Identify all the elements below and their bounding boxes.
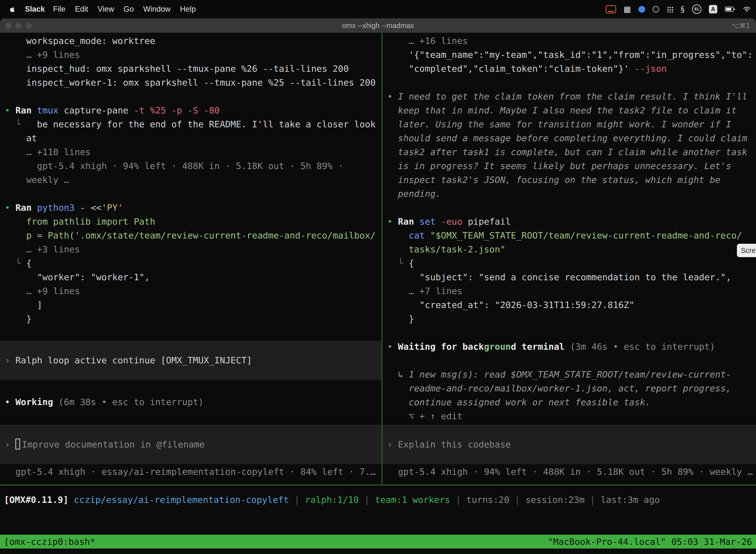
menu-edit[interactable]: Edit: [70, 5, 93, 13]
terminal-line: [382, 354, 756, 368]
window-shortcut-badge: ⌥⌘1: [732, 22, 750, 30]
terminal-line: }: [382, 312, 756, 326]
text-segment: is in progress? It seems likely but perh…: [387, 161, 731, 171]
text-segment: cat: [409, 230, 430, 240]
menu-view[interactable]: View: [93, 5, 119, 13]
menu-go[interactable]: Go: [119, 5, 138, 13]
terminal-line: "created_at": "2026-03-31T11:59:27.816Z": [382, 298, 756, 312]
text-segment: ›: [387, 439, 398, 449]
text-segment: •: [5, 203, 15, 213]
text-segment: {: [26, 258, 32, 268]
terminal-line: later. Using the same for transition mig…: [382, 117, 756, 131]
terminal-line: at: [0, 131, 381, 145]
text-segment: p = Path('.omx/state/team/review-current…: [5, 230, 376, 240]
terminal-line: [382, 326, 756, 340]
minimize-button[interactable]: [16, 23, 21, 29]
terminal-line: tasks/task-2.json": [382, 242, 756, 257]
text-segment: inspect_worker-1: omx sparkshell --tmux-…: [5, 77, 376, 88]
tmux-session-label[interactable]: [omx-cczip0:bash*: [4, 537, 95, 547]
left-pane-scrollback: workspace_mode: worktree … +9 lines insp…: [0, 34, 381, 326]
screen-recording-icon[interactable]: [606, 5, 616, 13]
terminal-line: • Waiting for background terminal (3m 46…: [382, 340, 756, 354]
terminal-line: is in progress? It seems likely but perh…: [382, 159, 756, 173]
terminal-line: … +110 lines: [0, 145, 381, 159]
text-segment: '{"team_name":"my-team","task_id":"1","f…: [387, 50, 753, 60]
terminal-line: workspace_mode: worktree: [0, 34, 381, 48]
text-segment: session:23m: [525, 495, 584, 505]
squiggle-icon[interactable]: §: [681, 4, 685, 14]
battery-percent-icon[interactable]: 61: [692, 4, 701, 14]
menu-bar: Slack FileEditViewGoWindowHelp ▦ § 61 A: [0, 0, 756, 18]
screen-share-tooltip: Scre: [737, 244, 756, 257]
text-segment: "subject": "send a concise recommendatio…: [387, 272, 731, 282]
terminal-line: … +7 lines: [382, 284, 756, 298]
text-segment: cczip/essay/ai-reimplementation-copyleft: [74, 495, 289, 505]
text-segment: from pathlib import Path: [5, 216, 155, 227]
text-segment: -euo: [436, 216, 462, 227]
wifi-icon[interactable]: [743, 6, 751, 12]
text-segment: 1 new msg(s): read $OMX_TEAM_STATE_ROOT/…: [409, 369, 731, 380]
text-segment: •: [387, 341, 398, 352]
text-segment: -t %25 -p -S -80: [128, 105, 220, 115]
left-model-statusline: gpt-5.4 xhigh · essay/ai-reimplementatio…: [0, 465, 381, 479]
menu-file[interactable]: File: [48, 5, 70, 13]
text-segment: turns:20: [466, 495, 509, 505]
left-working-status: • Working (6m 38s • esc to interrupt): [0, 395, 381, 409]
text-segment: }: [387, 314, 414, 324]
menu-app-name[interactable]: Slack: [21, 5, 48, 14]
text-segment: (3m 46s • esc to interrupt): [565, 341, 715, 352]
wifi-glyph: [743, 6, 751, 12]
input-source-icon[interactable]: A: [709, 5, 717, 13]
terminal-line: … +9 lines: [0, 48, 381, 62]
text-segment: keep that in mind. Maybe I also need the…: [387, 105, 737, 115]
terminal-line: • Ran tmux capture-pane -t %25 -p -S -80: [0, 104, 381, 117]
menubar-status-icons: ▦ § 61 A: [606, 4, 756, 14]
menu-help[interactable]: Help: [175, 5, 201, 13]
text-segment: weekly …: [5, 175, 69, 185]
right-pane[interactable]: … +16 lines '{"team_name":"my-team","tas…: [382, 33, 756, 485]
record-bar: [608, 11, 614, 12]
text-segment: Explain this codebase: [398, 439, 511, 449]
battery-glyph: [725, 6, 735, 12]
text-segment: inspect task2's JSON, focusing on the st…: [387, 175, 720, 185]
menu-items: FileEditViewGoWindowHelp: [48, 5, 200, 14]
dots-grid-icon[interactable]: [667, 6, 673, 12]
apple-menu-icon[interactable]: [7, 6, 17, 13]
close-button[interactable]: [5, 23, 11, 29]
terminal-line: [0, 90, 381, 104]
grid-icon[interactable]: ▦: [624, 4, 631, 14]
terminal-line: gpt-5.4 xhigh · 94% left · 488K in · 5.1…: [0, 159, 381, 173]
text-segment: python3: [37, 203, 75, 213]
text-segment: … +9 lines: [5, 50, 80, 60]
text-segment: •: [5, 397, 15, 407]
zoom-button[interactable]: [26, 23, 32, 29]
menu-window[interactable]: Window: [138, 5, 175, 13]
screen: Slack FileEditViewGoWindowHelp ▦ § 61 A: [0, 0, 756, 554]
battery-icon[interactable]: [725, 6, 735, 12]
left-prompt-input[interactable]: › Improve documentation in @filename: [0, 425, 381, 464]
blue-app-icon[interactable]: [638, 6, 645, 13]
text-segment: "completed","claim_token":"claim-token"}…: [387, 63, 634, 74]
text-segment: "$OMX_TEAM_STATE_ROOT/team/review-curren…: [430, 230, 742, 240]
left-pane[interactable]: workspace_mode: worktree … +9 lines insp…: [0, 33, 381, 485]
text-segment: continue assigned work or next feasible …: [387, 397, 650, 407]
terminal-line: from pathlib import Path: [0, 215, 381, 229]
text-segment: ›: [5, 355, 15, 365]
text-segment: … +110 lines: [5, 147, 91, 157]
text-segment: }: [5, 314, 32, 324]
terminal-line: ↳ 1 new msg(s): read $OMX_TEAM_STATE_ROO…: [382, 368, 756, 382]
horizontal-pane-divider[interactable]: [0, 485, 756, 486]
terminal-line: … +3 lines: [0, 242, 381, 257]
terminal-line: weekly …: [0, 173, 381, 187]
window-titlebar[interactable]: omx --xhigh --madmax ⌥⌘1: [0, 18, 756, 33]
text-segment: "worker": "worker-1",: [5, 272, 150, 282]
right-pane-scrollback: … +16 lines '{"team_name":"my-team","tas…: [382, 34, 756, 423]
terminal-line: › Ralph loop active continue [OMX_TMUX_I…: [0, 353, 252, 367]
text-segment: Improve documentation in @filename: [22, 439, 205, 449]
text-segment: be necessary for the end of the README. …: [37, 119, 376, 129]
text-segment: at: [5, 133, 37, 143]
right-prompt-input[interactable]: › Explain this codebase: [382, 425, 756, 464]
text-segment: inspect_hud: omx sparkshell --tmux-pane …: [5, 63, 349, 74]
dark-app-icon[interactable]: [652, 6, 659, 13]
text-segment: Ran: [15, 203, 37, 213]
